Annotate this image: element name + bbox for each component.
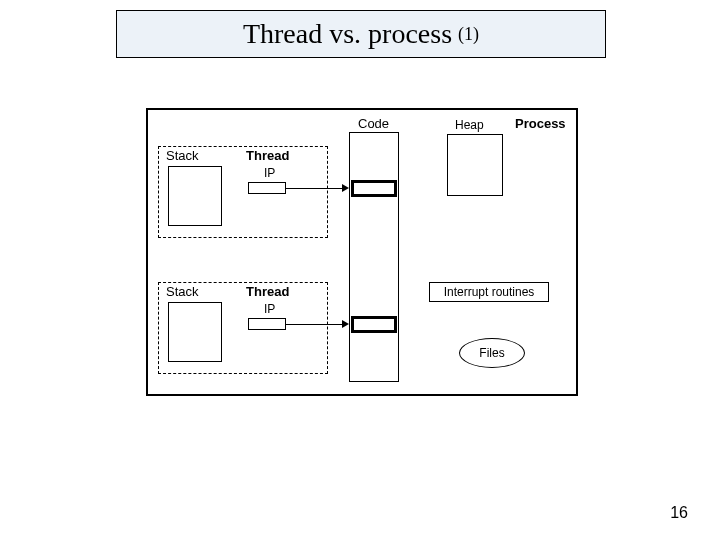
- code-label: Code: [358, 116, 389, 131]
- thread-label-2: Thread: [246, 284, 289, 299]
- code-box: [349, 132, 399, 382]
- page-number: 16: [670, 504, 688, 522]
- title-main: Thread vs. process: [243, 18, 452, 50]
- interrupt-routines-label: Interrupt routines: [444, 285, 535, 299]
- interrupt-routines-box: Interrupt routines: [429, 282, 549, 302]
- process-label: Process: [515, 116, 566, 131]
- title-suffix: (1): [458, 24, 479, 45]
- process-box: Code Heap Process Interrupt routines Fil…: [146, 108, 578, 396]
- files-oval: Files: [459, 338, 525, 368]
- slide: Thread vs. process (1) Code Heap Process…: [0, 0, 720, 540]
- heap-box: [447, 134, 503, 196]
- arrow-icon: [342, 320, 349, 328]
- arrow-icon: [342, 184, 349, 192]
- slide-title: Thread vs. process (1): [116, 10, 606, 58]
- ip-box-1: [248, 182, 286, 194]
- arrow-line-1: [286, 188, 342, 189]
- stack-box-2: [168, 302, 222, 362]
- code-target-1: [351, 180, 397, 197]
- stack-label-1: Stack: [166, 148, 199, 163]
- files-label: Files: [479, 346, 504, 360]
- ip-label-2: IP: [264, 302, 275, 316]
- stack-box-1: [168, 166, 222, 226]
- stack-label-2: Stack: [166, 284, 199, 299]
- code-target-2: [351, 316, 397, 333]
- ip-box-2: [248, 318, 286, 330]
- thread-label-1: Thread: [246, 148, 289, 163]
- arrow-line-2: [286, 324, 342, 325]
- heap-label: Heap: [455, 118, 484, 132]
- ip-label-1: IP: [264, 166, 275, 180]
